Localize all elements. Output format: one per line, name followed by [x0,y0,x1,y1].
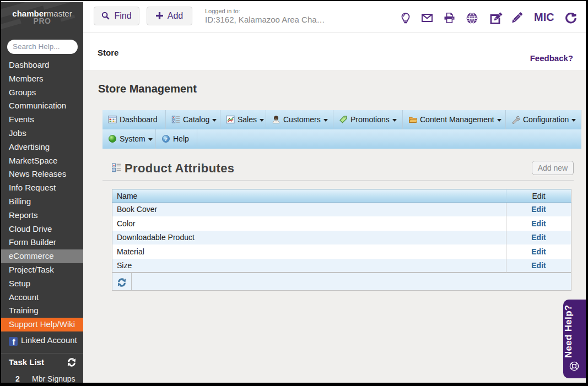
svg-text:?: ? [164,136,168,142]
